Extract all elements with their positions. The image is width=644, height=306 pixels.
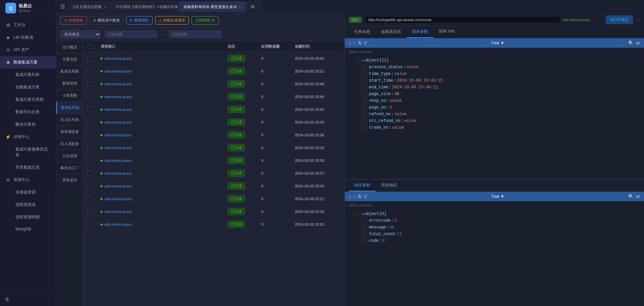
tab-item-3[interactable]: 采购退料单回传-赛意直接生成-N ✕ — [179, 1, 246, 12]
row-checkbox[interactable] — [88, 171, 92, 176]
resp-checkbox-tc[interactable] — [362, 232, 367, 236]
req-node-root[interactable]: ⋮⋮ ▶ object {11} — [345, 57, 644, 64]
tab-sdk-info[interactable]: SDK Info — [433, 26, 460, 38]
tab-item-1[interactable]: 入旺店通货品档案 ✕ — [68, 1, 111, 12]
row-checkbox[interactable] — [88, 184, 92, 188]
table-row[interactable]: ▶ wdt.refund.query 已完成 0 2024-10-09 23:3… — [83, 116, 344, 129]
req-node-end-time[interactable]: ⋮⋮ end_time : 2024-10-09 23:48:11 — [352, 84, 644, 91]
req-checkbox-sn[interactable] — [362, 98, 367, 103]
req-checkbox-root[interactable] — [356, 58, 360, 63]
drag-handle[interactable]: ⋮⋮ — [354, 126, 361, 130]
row-checkbox[interactable] — [88, 196, 92, 201]
table-row[interactable]: ▶ wdt.refund.query 已完成 0 2024-10-09 23:4… — [83, 103, 344, 116]
interface-link[interactable]: wdt.refund.query — [104, 107, 132, 112]
interface-link[interactable]: wdt.refund.query — [104, 56, 132, 60]
sidebar-item-process-pool[interactable]: 进程资源池 — [10, 199, 56, 211]
sidebar-item-data-integration[interactable]: ⊕ 数据集成方案 — [0, 56, 56, 69]
nav-event-factory[interactable]: 事件加工厂 — [56, 162, 83, 174]
queue-status-select[interactable]: 队列状态 — [60, 30, 101, 38]
table-row[interactable]: ▶ wdt.refund.query 已完成 0 2024-10-09 23:4… — [83, 90, 344, 103]
table-row[interactable]: ▶ wdt.refund.query 已完成 0 2024-10-09 23:4… — [83, 78, 344, 90]
nav-xiaoqing[interactable]: 小青查数 — [56, 90, 83, 102]
sidebar-item-export-task[interactable]: 数据导出任务 — [10, 106, 56, 118]
resp-node-code[interactable]: ⋮⋮ code : 0 — [352, 237, 644, 244]
sidebar-bottom[interactable]: ☰ — [0, 293, 56, 306]
table-row[interactable]: ▶ wdt.refund.query 已完成 0 2024-10-09 23:1… — [83, 218, 344, 231]
sidebar-item-solution-pkg[interactable]: 解决方案包 — [10, 118, 56, 131]
start-date-input[interactable] — [105, 31, 157, 38]
drag-handle[interactable]: ⋮⋮ — [354, 85, 361, 89]
sidebar-item-create-integration[interactable]: 创建集成方案 — [10, 81, 56, 93]
table-row[interactable]: ▶ wdt.refund.query 已完成 0 2024-10-09 23:3… — [83, 129, 344, 141]
tab-menu-icon[interactable]: ☰ — [58, 3, 68, 10]
resp-node-message[interactable]: ⋮⋮ message : ok — [352, 224, 644, 231]
sidebar-item-lite[interactable]: ◈ Lite 轻集成 — [0, 31, 56, 44]
tab-request-params[interactable]: 请求参数 — [407, 26, 433, 38]
interface-link[interactable]: wdt.refund.query — [104, 159, 132, 163]
save-activate-button[interactable]: 保存并激活 — [606, 15, 633, 24]
req-toolbar-icon-3[interactable]: ⇅ — [358, 40, 362, 46]
req-checkbox-ps[interactable] — [362, 65, 367, 70]
resp-toolbar-icon-4[interactable]: ▽ — [364, 194, 367, 199]
tab-item-4[interactable]: 调... — [246, 1, 262, 12]
drag-handle[interactable]: ⋮⋮ — [354, 119, 361, 123]
table-row[interactable]: ▶ wdt.refund.query 已完成 0 2024-10-09 23:3… — [83, 154, 344, 167]
interface-link[interactable]: wdt.refund.query — [104, 82, 132, 86]
row-checkbox[interactable] — [88, 133, 92, 137]
requeue-button[interactable]: ↻ 重新排队 — [126, 16, 153, 25]
table-row[interactable]: ▶ wdt.refund.query 已完成 0 2024-10-09 23:3… — [83, 141, 344, 154]
drag-handle[interactable]: ⋮⋮ — [354, 239, 361, 243]
table-row[interactable]: ▶ wdt.refund.query 已完成 0 2024-10-09 23:2… — [83, 192, 344, 205]
resp-toolbar-icon-2[interactable]: ↑ — [353, 194, 356, 199]
more-options-icon[interactable]: ··· — [636, 17, 640, 23]
req-expand-icon[interactable]: ⇄ — [636, 40, 640, 46]
req-node-shop-no[interactable]: ⋮⋮ shop_no : value — [352, 97, 644, 104]
end-date-input[interactable] — [169, 31, 221, 38]
interface-link[interactable]: wdt.refund.query — [104, 133, 132, 137]
req-checkbox-srn[interactable] — [362, 119, 367, 123]
schedule-button[interactable]: 立刻调度 ds — [192, 16, 219, 25]
tab-close-3[interactable]: ✕ — [238, 5, 241, 9]
sidebar-item-integration-map[interactable]: 集成方案关系图 — [10, 93, 56, 106]
req-toolbar-icon-4[interactable]: ▽ — [364, 40, 367, 46]
tab-close-1[interactable]: ✕ — [104, 5, 106, 9]
tab-task-info[interactable]: 任务信息 — [349, 26, 376, 38]
resp-checkbox-ec[interactable] — [362, 218, 367, 223]
req-checkbox-tt[interactable] — [362, 72, 367, 76]
nav-data-mgmt[interactable]: 数据管理 — [56, 78, 83, 90]
req-checkbox-pgsz[interactable] — [362, 92, 367, 96]
row-checkbox[interactable] — [88, 82, 92, 86]
drag-handle[interactable]: ⋮⋮ — [354, 79, 361, 83]
nav-log-mgmt[interactable]: 日志管理 — [56, 150, 83, 162]
nav-integration-map[interactable]: 集成关系图 — [56, 65, 83, 78]
req-checkbox-et[interactable] — [362, 85, 367, 90]
interface-link[interactable]: wdt.refund.query — [104, 197, 132, 201]
resp-node-errorcode[interactable]: ⋮⋮ errorcode : 0 — [352, 217, 644, 224]
table-row[interactable]: ▶ wdt.refund.query 已完成 0 2024-10-09 23:5… — [83, 52, 344, 65]
drag-handle[interactable]: ⋮⋮ — [354, 219, 361, 223]
req-node-page-no[interactable]: ⋮⋮ page_no : 0 — [352, 104, 644, 111]
req-toolbar-icon-2[interactable]: ↑ — [353, 40, 356, 46]
req-checkbox-trn[interactable] — [362, 125, 367, 130]
req-node-refund-no[interactable]: ⋮⋮ refund_no : value — [352, 111, 644, 118]
resp-checkbox-root[interactable] — [356, 212, 360, 216]
tab-connector-info[interactable]: 连接器信息 — [376, 26, 407, 38]
resp-search-icon[interactable]: 🔍 — [628, 194, 634, 199]
tab-item-2[interactable]: 钉钉报销【项目报销类】->金蝶付款单【班西】 ✕ — [111, 1, 178, 12]
req-node-process-status[interactable]: ⋮⋮ process_status : value — [352, 64, 644, 71]
resp-checkbox-code[interactable] — [362, 238, 367, 243]
sidebar-item-connectors[interactable]: 连接器资源 — [10, 186, 56, 199]
row-checkbox[interactable] — [88, 120, 92, 125]
sidebar-item-api[interactable]: ⊙ API 资产 — [0, 44, 56, 56]
interface-link[interactable]: wdt.refund.query — [104, 69, 132, 73]
drag-handle[interactable]: ⋮⋮ — [354, 99, 361, 103]
drag-handle[interactable]: ⋮⋮ — [354, 225, 361, 229]
header-checkbox[interactable] — [88, 44, 92, 49]
row-checkbox[interactable] — [88, 209, 92, 214]
table-row[interactable]: ▶ wdt.refund.query 已完成 0 2024-10-09 23:2… — [83, 167, 344, 180]
expand-icon-resp-root[interactable]: ▶ — [362, 212, 364, 216]
row-checkbox[interactable] — [88, 158, 92, 163]
req-node-time-type[interactable]: ⋮⋮ time_type : value — [352, 71, 644, 77]
req-node-src-refund-no[interactable]: ⋮⋮ src_refund_no : value — [352, 118, 644, 124]
drag-handle[interactable]: ⋮⋮ — [354, 92, 361, 96]
